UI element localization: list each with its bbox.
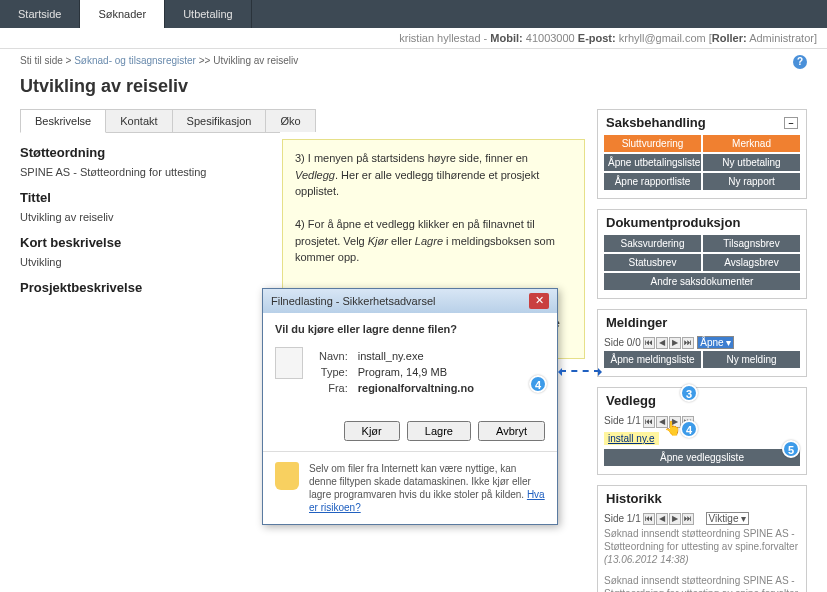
roller-label: Roller:: [712, 32, 747, 44]
warn-text: Selv om filer fra Internett kan være nyt…: [309, 463, 531, 500]
panel-title-saks: Saksbehandling: [606, 115, 706, 130]
panel-title-dok: Dokumentproduksjon: [606, 215, 740, 230]
tab-beskrivelse[interactable]: Beskrivelse: [20, 109, 106, 133]
btn-apne-utbetaling[interactable]: Åpne utbetalingsliste: [604, 154, 701, 171]
badge-4-dialog: 4: [529, 375, 547, 393]
minimize-icon[interactable]: –: [784, 117, 798, 129]
dialog-close-icon[interactable]: ✕: [529, 293, 549, 309]
page-title: Utvikling av reiseliv: [0, 72, 827, 109]
panel-dokumentproduksjon: Dokumentproduksjon SaksvurderingTilsagns…: [597, 209, 807, 299]
hist-side: Side 1/1: [604, 513, 641, 524]
navn-value: install_ny.exe: [354, 349, 478, 363]
meld-select[interactable]: Åpne ▾: [697, 336, 734, 349]
ved-side: Side 1/1: [604, 415, 641, 426]
meld-side: Side 0/0: [604, 337, 641, 348]
type-value: Program, 14,9 MB: [354, 365, 478, 379]
vedlegg-file-link[interactable]: install ny.e: [604, 432, 659, 445]
dialog-question: Vil du kjøre eller lagre denne filen?: [275, 323, 545, 335]
epost-label: E-post:: [578, 32, 616, 44]
right-column: Saksbehandling– SluttvurderingMerknad Åp…: [597, 109, 807, 592]
navn-label: Navn:: [315, 349, 352, 363]
file-info-table: Navn:install_ny.exe Type:Program, 14,9 M…: [313, 347, 480, 397]
ib-4b: Kjør: [368, 235, 388, 247]
mobil-value: 41003000: [526, 32, 575, 44]
subtabs: Beskrivelse Kontakt Spesifikasjon Øko: [20, 109, 280, 133]
btn-apne-meldingsliste[interactable]: Åpne meldingsliste: [604, 351, 701, 368]
breadcrumb: Sti til side > Søknad- og tilsagnsregist…: [0, 49, 827, 72]
panel-saksbehandling: Saksbehandling– SluttvurderingMerknad Åp…: [597, 109, 807, 199]
text-stotteordning: SPINE AS - Støtteordning for uttesting: [20, 166, 280, 178]
ib-4d: Lagre: [415, 235, 443, 247]
user-name: kristian hyllestad: [399, 32, 480, 44]
hist-pager[interactable]: ⏮◀▶⏭: [643, 513, 694, 525]
help-icon[interactable]: ?: [793, 55, 807, 69]
top-nav: Startside Søknader Utbetaling: [0, 0, 827, 28]
panel-title-ved: Vedlegg: [606, 393, 656, 408]
shield-icon: [275, 462, 299, 490]
panel-meldinger: Meldinger Side 0/0 ⏮◀▶⏭ Åpne ▾ Åpne meld…: [597, 309, 807, 377]
meld-pager[interactable]: ⏮◀▶⏭: [643, 337, 694, 349]
btn-apne-rapport[interactable]: Åpne rapportliste: [604, 173, 701, 190]
bc-prefix: Sti til side >: [20, 55, 71, 66]
annotation-arrow: [560, 370, 600, 372]
btn-avbryt[interactable]: Avbryt: [478, 421, 545, 441]
heading-stotteordning: Støtteordning: [20, 145, 280, 160]
panel-vedlegg: Vedlegg Side 1/1 ⏮◀▶⏭ install ny.e Åpne …: [597, 387, 807, 474]
tab-spesifikasjon[interactable]: Spesifikasjon: [172, 109, 267, 132]
bc-link[interactable]: Søknad- og tilsagnsregister: [74, 55, 196, 66]
panel-title-hist: Historikk: [606, 491, 662, 506]
btn-sluttvurdering[interactable]: Sluttvurdering: [604, 135, 701, 152]
btn-merknad[interactable]: Merknad: [703, 135, 800, 152]
dialog-title-text: Filnedlasting - Sikkerhetsadvarsel: [271, 295, 435, 307]
btn-avslagsbrev[interactable]: Avslagsbrev: [703, 254, 800, 271]
panel-title-meld: Meldinger: [606, 315, 667, 330]
fra-label: Fra:: [315, 381, 352, 395]
text-tittel: Utvikling av reiseliv: [20, 211, 280, 223]
heading-kort: Kort beskrivelse: [20, 235, 280, 250]
user-bar: kristian hyllestad - Mobil: 41003000 E-p…: [0, 28, 827, 49]
heading-tittel: Tittel: [20, 190, 280, 205]
hist-item: Søknad innsendt støtteordning SPINE AS -…: [604, 574, 800, 592]
ib-3b: Vedlegg: [295, 169, 335, 181]
roller-value: Administrator: [749, 32, 814, 44]
nav-utbetaling[interactable]: Utbetaling: [165, 0, 252, 28]
text-kort: Utvikling: [20, 256, 280, 268]
mobil-label: Mobil:: [490, 32, 522, 44]
left-column: Beskrivelse Kontakt Spesifikasjon Øko St…: [20, 109, 280, 592]
download-dialog: Filnedlasting - Sikkerhetsadvarsel ✕ Vil…: [262, 288, 558, 525]
btn-saksvurdering[interactable]: Saksvurdering: [604, 235, 701, 252]
hist-select[interactable]: Viktige ▾: [706, 512, 750, 525]
type-label: Type:: [315, 365, 352, 379]
hist-item: Søknad innsendt støtteordning SPINE AS -…: [604, 527, 800, 566]
heading-prosjekt: Prosjektbeskrivelse: [20, 280, 280, 295]
dialog-warning: Selv om filer fra Internett kan være nyt…: [263, 451, 557, 524]
btn-ny-melding[interactable]: Ny melding: [703, 351, 800, 368]
btn-tilsagnsbrev[interactable]: Tilsagnsbrev: [703, 235, 800, 252]
tab-kontakt[interactable]: Kontakt: [105, 109, 172, 132]
btn-ny-rapport[interactable]: Ny rapport: [703, 173, 800, 190]
ib-3a: 3) I menyen på startsidens høyre side, f…: [295, 152, 528, 164]
btn-ny-utbetaling[interactable]: Ny utbetaling: [703, 154, 800, 171]
btn-kjor[interactable]: Kjør: [344, 421, 400, 441]
panel-historikk: Historikk Side 1/1 ⏮◀▶⏭ Viktige ▾ Søknad…: [597, 485, 807, 592]
ib-4c: eller: [388, 235, 415, 247]
bc-sep: >>: [199, 55, 211, 66]
nav-startside[interactable]: Startside: [0, 0, 80, 28]
file-icon: [275, 347, 303, 379]
fra-value: regionalforvaltning.no: [358, 382, 474, 394]
btn-apne-vedleggsliste[interactable]: Åpne vedleggsliste: [604, 449, 800, 466]
epost-value: krhyll@gmail.com: [619, 32, 706, 44]
btn-andre-saksdok[interactable]: Andre saksdokumenter: [604, 273, 800, 290]
btn-statusbrev[interactable]: Statusbrev: [604, 254, 701, 271]
nav-soknader[interactable]: Søknader: [80, 0, 165, 28]
btn-lagre[interactable]: Lagre: [407, 421, 471, 441]
bc-current: Utvikling av reiseliv: [213, 55, 298, 66]
